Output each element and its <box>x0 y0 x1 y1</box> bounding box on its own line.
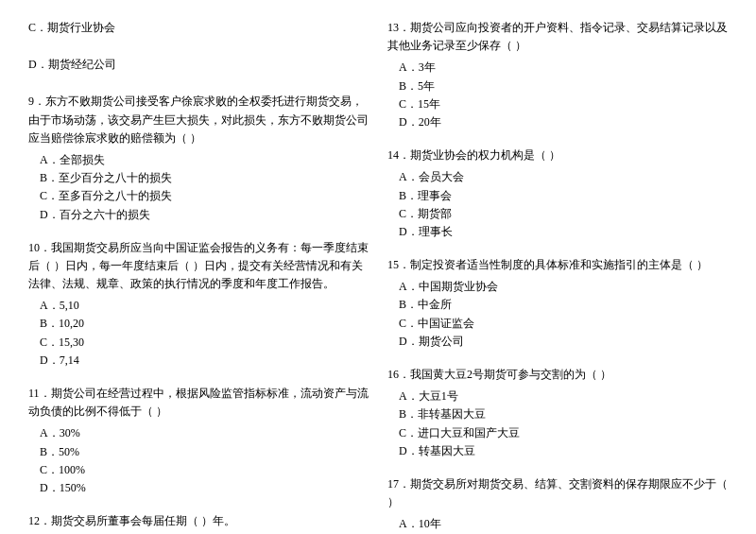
question-text: D．期货经纪公司 <box>28 56 369 74</box>
option-text: D．理事长 <box>387 223 728 241</box>
option-text: B．50% <box>28 443 369 461</box>
question-block: D．期货经纪公司 <box>28 56 369 78</box>
option-text: A．30% <box>28 424 369 442</box>
option-text: D．150% <box>28 479 369 497</box>
option-text: B．5年 <box>387 78 728 95</box>
question-text: 15．制定投资者适当性制度的具体标准和实施指引的主体是（ ） <box>387 256 728 274</box>
option-text: B．理事会 <box>387 187 728 205</box>
question-text: C．期货行业协会 <box>28 19 369 37</box>
option-text: B．中金所 <box>387 296 728 314</box>
question-block: 9．东方不败期货公司接受客户徐宸求败的全权委托进行期货交易，由于市场动荡，该交易… <box>28 93 369 223</box>
question-block: 12．期货交易所董事会每届任期（ ）年。A．1B．2C．3D．5 <box>28 512 369 534</box>
option-text: D．百分之六十的损失 <box>28 206 369 224</box>
option-text: B．至少百分之八十的损失 <box>28 169 369 187</box>
question-block: 11．期货公司在经营过程中，根据风险监管指标标准，流动资产与流动负债的比例不得低… <box>28 385 369 497</box>
option-text: B．非转基因大豆 <box>387 405 728 423</box>
option-text: C．至多百分之八十的损失 <box>28 187 369 205</box>
option-text: A．10年 <box>387 515 728 533</box>
option-text: C．期货部 <box>387 205 728 223</box>
option-text: D．7,14 <box>28 352 369 370</box>
left-column: C．期货行业协会D．期货经纪公司9．东方不败期货公司接受客户徐宸求败的全权委托进… <box>28 19 369 534</box>
question-block: C．期货行业协会 <box>28 19 369 41</box>
option-text: B．10,20 <box>28 315 369 333</box>
option-text: C．进口大豆和国产大豆 <box>387 424 728 442</box>
question-block: 17．期货交易所对期货交易、结算、交割资料的保存期限应不少于（ ）A．10年B．… <box>387 475 728 534</box>
question-block: 10．我国期货交易所应当向中国证监会报告的义务有：每一季度结束后（ ）日内，每一… <box>28 239 369 370</box>
option-text: D．转基因大豆 <box>387 442 728 460</box>
option-text: C．15,30 <box>28 334 369 352</box>
right-column: 13．期货公司应向投资者的开户资料、指令记录、交易结算记录以及其他业务记录至少保… <box>387 19 728 534</box>
option-text: A．中国期货业协会 <box>387 278 728 296</box>
question-text: 12．期货交易所董事会每届任期（ ）年。 <box>28 512 369 530</box>
question-text: 10．我国期货交易所应当向中国证监会报告的义务有：每一季度结束后（ ）日内，每一… <box>28 239 369 294</box>
question-text: 13．期货公司应向投资者的开户资料、指令记录、交易结算记录以及其他业务记录至少保… <box>387 19 728 55</box>
question-text: 9．东方不败期货公司接受客户徐宸求败的全权委托进行期货交易，由于市场动荡，该交易… <box>28 93 369 147</box>
option-text: A．5,10 <box>28 297 369 315</box>
page-content: C．期货行业协会D．期货经纪公司9．东方不败期货公司接受客户徐宸求败的全权委托进… <box>28 19 728 534</box>
option-text: C．100% <box>28 461 369 479</box>
option-text: D．20年 <box>387 113 728 131</box>
question-block: 13．期货公司应向投资者的开户资料、指令记录、交易结算记录以及其他业务记录至少保… <box>387 19 728 131</box>
option-text: C．15年 <box>387 95 728 113</box>
option-text: A．大豆1号 <box>387 388 728 405</box>
question-block: 14．期货业协会的权力机构是（ ）A．会员大会B．理事会C．期货部D．理事长 <box>387 146 728 241</box>
option-text: A．全部损失 <box>28 151 369 169</box>
question-text: 14．期货业协会的权力机构是（ ） <box>387 146 728 164</box>
option-text: C．中国证监会 <box>387 315 728 333</box>
option-text: A．会员大会 <box>387 168 728 186</box>
question-block: 16．我国黄大豆2号期货可参与交割的为（ ）A．大豆1号B．非转基因大豆C．进口… <box>387 366 728 460</box>
question-text: 16．我国黄大豆2号期货可参与交割的为（ ） <box>387 366 728 384</box>
question-block: 15．制定投资者适当性制度的具体标准和实施指引的主体是（ ）A．中国期货业协会B… <box>387 256 728 351</box>
option-text: A．3年 <box>387 59 728 77</box>
option-text: D．期货公司 <box>387 333 728 351</box>
question-text: 17．期货交易所对期货交易、结算、交割资料的保存期限应不少于（ ） <box>387 475 728 511</box>
question-text: 11．期货公司在经营过程中，根据风险监管指标标准，流动资产与流动负债的比例不得低… <box>28 385 369 421</box>
